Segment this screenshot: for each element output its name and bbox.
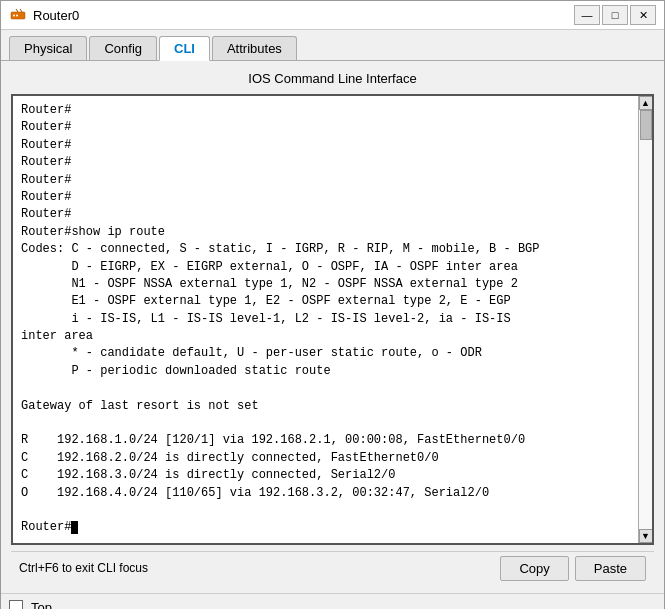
top-label: Top (31, 600, 52, 609)
section-title: IOS Command Line Interface (11, 69, 654, 88)
copy-button[interactable]: Copy (500, 556, 568, 581)
minimize-button[interactable]: — (574, 5, 600, 25)
scroll-track[interactable] (639, 110, 652, 529)
scroll-down-button[interactable]: ▼ (639, 529, 653, 543)
svg-line-4 (20, 9, 22, 12)
router-icon (9, 6, 27, 24)
maximize-button[interactable]: □ (602, 5, 628, 25)
window-title: Router0 (33, 8, 79, 23)
svg-line-3 (16, 9, 18, 12)
tab-config[interactable]: Config (89, 36, 157, 60)
close-button[interactable]: ✕ (630, 5, 656, 25)
paste-button[interactable]: Paste (575, 556, 646, 581)
cli-cursor (71, 521, 78, 534)
cli-scrollbar[interactable]: ▲ ▼ (638, 96, 652, 543)
tab-cli[interactable]: CLI (159, 36, 210, 61)
bottom-buttons: Copy Paste (500, 556, 646, 581)
cli-container[interactable]: Router# Router# Router# Router# Router# … (11, 94, 654, 545)
bottom-bar: Ctrl+F6 to exit CLI focus Copy Paste (11, 551, 654, 585)
top-checkbox[interactable] (9, 600, 23, 609)
svg-point-2 (16, 15, 18, 17)
scroll-thumb[interactable] (640, 110, 652, 140)
title-bar: Router0 — □ ✕ (1, 1, 664, 30)
main-window: Router0 — □ ✕ Physical Config CLI Attrib… (0, 0, 665, 609)
content-area: IOS Command Line Interface Router# Route… (1, 61, 664, 593)
title-bar-left: Router0 (9, 6, 79, 24)
footer: Top (1, 593, 664, 609)
cli-output[interactable]: Router# Router# Router# Router# Router# … (13, 96, 638, 543)
svg-point-1 (13, 15, 15, 17)
tab-attributes[interactable]: Attributes (212, 36, 297, 60)
scroll-up-button[interactable]: ▲ (639, 96, 653, 110)
tab-bar: Physical Config CLI Attributes (1, 30, 664, 61)
tab-physical[interactable]: Physical (9, 36, 87, 60)
title-bar-controls: — □ ✕ (574, 5, 656, 25)
cli-hint: Ctrl+F6 to exit CLI focus (19, 561, 148, 575)
